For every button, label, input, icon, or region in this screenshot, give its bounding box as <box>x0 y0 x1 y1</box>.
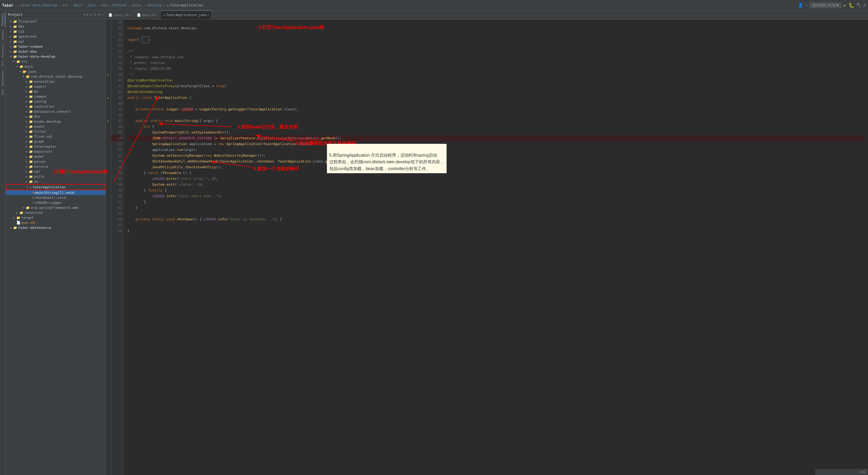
tree-item-taier-data-develop[interactable]: ▼📁taier-data-develop <box>6 54 105 59</box>
user-icon[interactable]: 👤 <box>798 3 803 8</box>
breadcrumb-src[interactable]: src <box>62 3 68 7</box>
tree-item-service[interactable]: ▶📁service <box>6 164 105 169</box>
close-tab-taier-sh[interactable]: × <box>130 13 131 16</box>
code-line-44 <box>127 100 865 107</box>
vtab-pull-requests[interactable]: Pull Requests <box>1 42 5 68</box>
tree-item-logger-field[interactable]: f LOGGER:Logger <box>6 200 105 205</box>
tree-item-flinkconf[interactable]: ▶📁flinkconf <box>6 19 105 24</box>
tree-item-event[interactable]: ▶📁event <box>6 124 105 129</box>
tab-label-taier-sh: taier.sh <box>114 13 129 17</box>
tree-item-taier-application[interactable]: ▼ ☕ TaierApplication <box>6 184 105 190</box>
run-gutter-43[interactable]: ▶ <box>106 95 111 100</box>
tree-item-k8s[interactable]: ▶📁k8s <box>6 24 105 29</box>
vtab-project[interactable]: Project <box>0 12 5 27</box>
top-bar-right: 👤 ← Current File ▼ ▶ 🐛 🔨 ⚙ <box>798 2 866 8</box>
tree-item-taier-dao[interactable]: ▶📁taier-dao <box>6 49 105 54</box>
tree-item-bo[interactable]: ▶📁bo <box>6 89 105 94</box>
tree-item-src[interactable]: ▼📁src <box>6 59 105 64</box>
tree-item-mapstruct[interactable]: ▶📁mapstruct <box>6 149 105 154</box>
tree-item-vo[interactable]: ▶📁vo <box>6 179 105 184</box>
settings-project-icon[interactable]: ⚙ <box>98 13 100 17</box>
tree-item-taier-datasource[interactable]: ▶📁taier-datasource <box>6 225 105 230</box>
tree-item-config[interactable]: ▶📁config <box>6 99 105 104</box>
settings-icon[interactable]: ⚙ <box>864 3 866 8</box>
tree-item-main-method[interactable]: m main(String[]):void <box>6 190 105 195</box>
breadcrumb-sep-1: › <box>59 3 61 7</box>
vertical-tabs-strip: Project Commit Pull Requests Bookmarks W… <box>0 10 6 475</box>
back-icon[interactable]: ← <box>805 3 808 8</box>
editor-area: 📄 taier.sh × 📄 base.sh × ☕ TaierApplicat… <box>106 10 868 475</box>
debug-button[interactable]: 🐛 <box>848 2 854 8</box>
tree-item-aspect[interactable]: ▶📁aspect <box>6 84 105 89</box>
code-line-37: * author: toutian <box>127 60 865 66</box>
run-button[interactable]: ▶ <box>843 2 846 8</box>
tab-base-sh[interactable]: 📄 base.sh × <box>134 10 161 19</box>
close-tab-base-sh[interactable]: × <box>156 13 158 16</box>
bottom-bar: CSDN <box>815 469 868 475</box>
tree-item-sql2[interactable]: ▶📁sql <box>6 169 105 174</box>
tree-item-dto[interactable]: ▶📁dto <box>6 114 105 119</box>
collapse-all-icon[interactable]: ⊟ <box>90 13 92 17</box>
tree-item-sql[interactable]: ▶📁sql <box>6 39 105 44</box>
run-gutter-47[interactable]: ▶ <box>106 118 111 124</box>
tree-item-main[interactable]: ▼📁main <box>6 64 105 69</box>
breadcrumb-com[interactable]: com <box>100 3 106 7</box>
code-line-20 <box>127 31 865 37</box>
breadcrumb-sep-4: › <box>97 3 99 7</box>
code-line-52: application.run(args); <box>127 147 865 153</box>
tree-item-target[interactable]: ▶📁target <box>6 215 105 220</box>
breadcrumb-sep-6: › <box>128 3 130 7</box>
filter-icon[interactable]: ☰ <box>94 13 97 17</box>
vtab-bookmarks[interactable]: Bookmarks <box>1 68 5 87</box>
tree-item-utils[interactable]: ▶📁utils <box>6 174 105 179</box>
tree-item-model[interactable]: ▶📁model <box>6 154 105 159</box>
tree-item-org-springframework[interactable]: ▶📁org.springframework.web <box>6 205 105 210</box>
tree-item-shutdown-method[interactable]: m shutdown():void <box>6 195 105 200</box>
breadcrumb-main[interactable]: main <box>74 3 82 7</box>
tree-item-lib[interactable]: ▶📁lib <box>6 29 105 34</box>
tab-taier-application[interactable]: ☕ TaierApplication.java × <box>160 10 212 19</box>
breadcrumb-develop[interactable]: develop <box>147 3 162 7</box>
breadcrumb-dtstack[interactable]: dtstack <box>112 3 127 7</box>
breadcrumb-sep-3: › <box>84 3 86 7</box>
vtab-commit[interactable]: Commit <box>1 28 5 41</box>
tree-item-graph[interactable]: ▶📁graph <box>6 139 105 144</box>
tree-item-pom-xml[interactable]: 📄pom.xml <box>6 220 105 225</box>
project-header-dropdown[interactable]: ▼ <box>84 13 86 16</box>
tree-item-flink-sql[interactable]: ▶📁flink.sql <box>6 134 105 139</box>
code-line-58: System.exit( status: -1); <box>127 182 865 187</box>
code-line-36: * company: www.dtstack.com <box>127 54 865 60</box>
tab-taier-sh[interactable]: 📄 taier.sh × <box>106 10 134 19</box>
tree-item-interceptor[interactable]: ▶📁interceptor <box>6 144 105 149</box>
tree-item-parser[interactable]: ▶📁parser <box>6 159 105 164</box>
breadcrumb-taier-data-develop[interactable]: taier-data-develop <box>20 3 57 7</box>
run-gutter-40[interactable]: ▶ <box>106 71 111 78</box>
tree-item-controller[interactable]: ▶📁controller <box>6 104 105 109</box>
breadcrumb-taier[interactable]: taier <box>132 3 142 7</box>
close-tab-taier-application[interactable]: × <box>207 14 209 17</box>
project-tree: ▶📁flinkconf ▶📁k8s ▶📁lib ▶📁sparkconf ▶📁sq… <box>6 19 105 475</box>
code-line-42: @EnableScheduling <box>127 89 865 95</box>
tree-item-resources[interactable]: ▶📁resources <box>6 210 105 215</box>
vtab-web[interactable]: Web <box>1 88 5 96</box>
current-file-button[interactable]: Current File ▼ <box>810 3 841 8</box>
close-panel-icon[interactable]: × <box>101 13 103 17</box>
tree-item-taier-common[interactable]: ▶📁taier-common <box>6 44 105 49</box>
tree-item-annotation[interactable]: ▶📁annotation <box>6 79 105 84</box>
tree-item-common[interactable]: ▶📁common <box>6 94 105 99</box>
tree-item-filter[interactable]: ▶📁filter <box>6 129 105 134</box>
chevron-down-icon: ▼ <box>837 3 839 7</box>
tree-item-java[interactable]: ▼📂java <box>6 69 105 74</box>
file-icon-base-sh: 📄 <box>137 13 141 17</box>
code-line-38: * create: 2020/07/08 <box>127 66 865 71</box>
breadcrumb-java[interactable]: java <box>87 3 95 7</box>
tree-item-datasource-convert[interactable]: ▶📁datasource.convert <box>6 109 105 114</box>
target-icon[interactable]: ⊕ <box>87 13 88 17</box>
code-line-60: LOGGER.info("taier start end..."); <box>127 193 865 199</box>
tree-item-sparkconf[interactable]: ▶📁sparkconf <box>6 34 105 39</box>
line-numbers: 18 19 20 21 33 35 36 37 38 39 40 41 42 4… <box>111 20 124 475</box>
tab-label-taier-application: TaierApplication.java <box>166 13 206 17</box>
build-icon[interactable]: 🔨 <box>857 3 861 8</box>
tree-item-com-dtstack[interactable]: ▼📁com.dtstack.taier.develop <box>6 74 105 79</box>
tree-item-enums-develop[interactable]: ▶📁enums.develop <box>6 119 105 124</box>
